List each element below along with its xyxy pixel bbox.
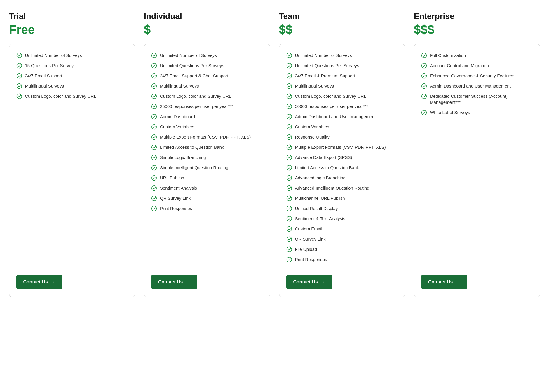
contact-button-individual[interactable]: Contact Us→ [151, 275, 197, 289]
list-item: Multiple Export Formats (CSV, PDF, PPT, … [151, 134, 263, 140]
list-item: Unlimited Questions Per Surveys [286, 62, 398, 69]
list-item: Multichannel URL Publish [286, 195, 398, 201]
check-circle-icon [286, 155, 292, 160]
check-circle-icon [286, 216, 292, 222]
list-item: Simple Intelligent Question Routing [151, 164, 263, 171]
list-item: Limited Access to Question Bank [286, 164, 398, 171]
check-circle-icon [286, 63, 292, 69]
plan-card-team: Unlimited Number of Surveys Unlimited Qu… [279, 44, 405, 298]
feature-text: File Upload [295, 246, 317, 252]
svg-point-9 [152, 94, 157, 99]
plan-column-team: Team$$ Unlimited Number of Surveys Unlim… [279, 12, 405, 298]
feature-text: Enhanced Governance & Security Features [430, 73, 514, 79]
list-item: Multilingual Surveys [286, 83, 398, 89]
svg-point-36 [287, 206, 292, 211]
check-circle-icon [151, 73, 157, 79]
plan-price-team: $$ [279, 23, 405, 37]
feature-text: Limited Access to Question Bank [160, 144, 224, 150]
plan-card-individual: Unlimited Number of Surveys Unlimited Qu… [144, 44, 270, 298]
feature-text: 24/7 Email & Premium Support [295, 73, 355, 79]
svg-point-33 [287, 176, 292, 181]
svg-point-22 [287, 63, 292, 68]
list-item: 24/7 Email & Premium Support [286, 73, 398, 79]
pricing-grid: TrialFree Unlimited Number of Surveys 15… [9, 12, 540, 298]
feature-text: QR Survey Link [295, 236, 326, 242]
list-item: 24/7 Email Support [16, 73, 128, 79]
feature-text: Admin Dashboard and User Management [430, 83, 511, 89]
check-circle-icon [286, 73, 292, 79]
feature-text: Advanced Intelligent Question Routing [295, 185, 370, 191]
contact-button-label: Contact Us [23, 279, 48, 285]
svg-point-38 [287, 227, 292, 232]
svg-point-17 [152, 176, 157, 181]
check-circle-icon [286, 114, 292, 120]
list-item: 25000 responses per user per year*** [151, 103, 263, 109]
contact-button-label: Contact Us [158, 279, 183, 285]
svg-point-15 [152, 155, 157, 160]
svg-point-14 [152, 145, 157, 150]
feature-text: Unlimited Number of Surveys [160, 52, 217, 58]
check-circle-icon [286, 175, 292, 181]
check-circle-icon [151, 144, 157, 150]
contact-button-label: Contact Us [428, 279, 453, 285]
svg-point-0 [17, 53, 22, 58]
feature-text: 15 Questions Per Survey [25, 62, 74, 69]
plan-card-trial: Unlimited Number of Surveys 15 Questions… [9, 44, 135, 298]
check-circle-icon [16, 83, 22, 89]
svg-point-13 [152, 135, 157, 140]
list-item: Dedicated Customer Success (Account) Man… [421, 93, 533, 105]
check-circle-icon [286, 236, 292, 242]
list-item: File Upload [286, 246, 398, 252]
check-circle-icon [421, 52, 427, 58]
check-circle-icon [286, 144, 292, 150]
contact-button-enterprise[interactable]: Contact Us→ [421, 275, 467, 289]
feature-text: Simple Intelligent Question Routing [160, 164, 228, 171]
svg-point-25 [287, 94, 292, 99]
check-circle-icon [286, 165, 292, 171]
svg-point-21 [287, 53, 292, 58]
feature-text: Multiple Export Formats (CSV, PDF, PPT, … [295, 144, 386, 150]
list-item: Full Customization [421, 52, 533, 58]
feature-text: Custom Logo, color and Survey URL [295, 93, 366, 99]
contact-button-trial[interactable]: Contact Us→ [16, 275, 62, 289]
list-item: Advanced logic Branching [286, 175, 398, 181]
check-circle-icon [151, 124, 157, 130]
list-item: Unlimited Number of Surveys [16, 52, 128, 58]
check-circle-icon [421, 83, 427, 89]
feature-text: 24/7 Email Support & Chat Support [160, 73, 228, 79]
arrow-icon: → [50, 279, 55, 285]
list-item: Admin Dashboard and User Management [286, 113, 398, 120]
list-item: Advance Data Export (SPSS) [286, 154, 398, 160]
feature-text: Print Responses [160, 205, 192, 211]
feature-text: Sentiment & Text Analysis [295, 216, 345, 222]
svg-point-10 [152, 104, 157, 109]
list-item: QR Survey Link [286, 236, 398, 242]
list-item: Custom Email [286, 226, 398, 232]
contact-button-team[interactable]: Contact Us→ [286, 275, 332, 289]
list-item: Unlimited Number of Surveys [286, 52, 398, 58]
list-item: Unified Result Display [286, 205, 398, 211]
svg-point-8 [152, 84, 157, 89]
list-item: Unlimited Questions Per Surveys [151, 62, 263, 69]
check-circle-icon [151, 63, 157, 69]
check-circle-icon [286, 246, 292, 252]
feature-text: Multiple Export Formats (CSV, PDF, PPT, … [160, 134, 251, 140]
feature-text: Account Control and Migration [430, 62, 489, 69]
svg-point-29 [287, 135, 292, 140]
list-item: Enhanced Governance & Security Features [421, 73, 533, 79]
feature-text: Custom Logo, color and Survey URL [160, 93, 231, 99]
feature-list-enterprise: Full Customization Account Control and M… [421, 52, 533, 267]
svg-point-30 [287, 145, 292, 150]
plan-title-enterprise: Enterprise [414, 12, 540, 21]
svg-point-28 [287, 125, 292, 130]
plan-title-individual: Individual [144, 12, 270, 21]
check-circle-icon [16, 63, 22, 69]
feature-text: Unlimited Number of Surveys [295, 52, 352, 58]
svg-point-47 [422, 110, 427, 115]
feature-text: 50000 responses per user per year*** [295, 103, 368, 109]
feature-list-trial: Unlimited Number of Surveys 15 Questions… [16, 52, 128, 267]
svg-point-37 [287, 216, 292, 221]
check-circle-icon [151, 195, 157, 201]
svg-point-12 [152, 125, 157, 130]
check-circle-icon [16, 52, 22, 58]
